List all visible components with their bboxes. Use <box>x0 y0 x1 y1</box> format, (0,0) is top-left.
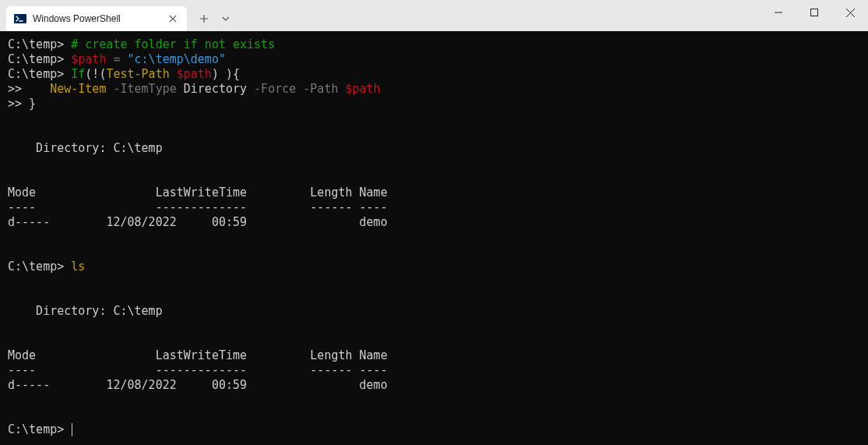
svg-rect-0 <box>14 14 26 23</box>
table-header: Mode LastWriteTime Length Name <box>8 348 388 362</box>
tab-powershell[interactable]: Windows PowerShell <box>6 6 187 31</box>
terminal-content[interactable]: C:\temp> # create folder if not exists C… <box>0 31 868 445</box>
prompt: C:\temp> <box>8 260 64 274</box>
directory-label: Directory: C:\temp <box>8 141 163 155</box>
prompt: C:\temp> <box>8 422 64 436</box>
tab-title: Windows PowerShell <box>33 13 160 24</box>
titlebar: Windows PowerShell <box>0 0 868 31</box>
prompt: C:\temp> <box>8 52 64 66</box>
maximize-button[interactable] <box>796 0 832 25</box>
minimize-button[interactable] <box>761 0 796 25</box>
variable: $path <box>177 67 212 81</box>
variable: $path <box>346 82 381 96</box>
punct: (!( <box>85 67 106 81</box>
continuation-prompt: >> <box>8 97 22 111</box>
window-controls <box>761 0 868 31</box>
tab-close-button[interactable] <box>167 12 179 25</box>
punct: ) ){ <box>212 67 240 81</box>
table-separator: ---- ------------- ------ ---- <box>8 363 388 377</box>
table-header: Mode LastWriteTime Length Name <box>8 185 388 200</box>
table-separator: ---- ------------- ------ ---- <box>8 200 388 214</box>
directory-label: Directory: C:\temp <box>8 304 163 318</box>
cursor <box>72 423 72 436</box>
prompt: C:\temp> <box>8 67 64 81</box>
arg: Directory <box>177 82 247 96</box>
operator: = <box>106 52 127 66</box>
continuation-prompt: >> <box>8 82 22 96</box>
string-literal: "c:\temp\demo" <box>128 52 226 66</box>
tab-dropdown-button[interactable] <box>215 8 237 30</box>
comment-text: # create folder if not exists <box>71 37 275 51</box>
svg-rect-2 <box>811 9 818 16</box>
table-row: d----- 12/08/2022 00:59 demo <box>8 378 388 392</box>
cmdlet: Test-Path <box>106 67 169 81</box>
param: -Path <box>296 82 338 96</box>
param: -Force <box>247 82 296 96</box>
variable: $path <box>71 52 106 66</box>
cmdlet: ls <box>71 260 85 274</box>
prompt: C:\temp> <box>8 37 64 51</box>
close-window-button[interactable] <box>832 0 868 25</box>
keyword-if: If <box>71 67 85 81</box>
table-row: d----- 12/08/2022 00:59 demo <box>8 215 388 229</box>
new-tab-button[interactable] <box>193 8 215 30</box>
brace: } <box>29 97 36 111</box>
powershell-icon <box>14 12 26 25</box>
cmdlet: New-Item <box>50 82 106 96</box>
param: -ItemType <box>106 82 176 96</box>
